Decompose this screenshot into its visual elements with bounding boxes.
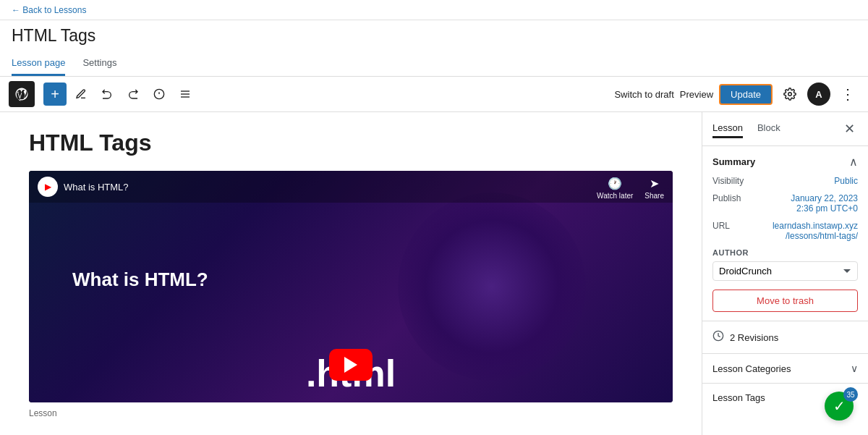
sidebar-tab-lesson[interactable]: Lesson	[712, 119, 743, 138]
summary-section-header[interactable]: Summary ∧	[712, 155, 858, 169]
editor-toolbar: + Switch to draft Preview Update A ⋮	[0, 77, 868, 112]
sidebar-tab-block[interactable]: Block	[757, 119, 780, 138]
avatar-button[interactable]: A	[807, 83, 830, 106]
revisions-row[interactable]: 2 Revisions	[702, 321, 868, 354]
preview-button[interactable]: Preview	[680, 89, 713, 100]
settings-button[interactable]	[778, 83, 801, 106]
visibility-value[interactable]: Public	[834, 176, 858, 186]
tab-lesson-page[interactable]: Lesson page	[12, 51, 65, 76]
editor-main: HTML Tags What is HTML? 🕐 Watch later ➤	[0, 112, 868, 435]
share-action[interactable]: ➤ Share	[644, 177, 664, 200]
page-title: HTML Tags	[12, 26, 856, 46]
editor-canvas: HTML Tags What is HTML? 🕐 Watch later ➤	[0, 112, 702, 435]
video-play-button[interactable]	[329, 349, 373, 381]
switch-to-draft-button[interactable]: Switch to draft	[614, 89, 673, 100]
watch-later-icon: 🕐	[608, 177, 622, 190]
update-button[interactable]: Update	[719, 84, 773, 105]
bottom-label: Lesson	[29, 408, 673, 418]
page-title-area: HTML Tags	[0, 20, 868, 46]
more-options-button[interactable]: ⋮	[836, 83, 859, 106]
add-block-button[interactable]: +	[43, 83, 67, 106]
publish-value[interactable]: January 22, 2023 2:36 pm UTC+0	[791, 193, 858, 214]
author-label: AUTHOR	[712, 248, 858, 257]
video-inner: What is HTML? 🕐 Watch later ➤ Share	[29, 171, 673, 402]
watch-later-action[interactable]: 🕐 Watch later	[597, 177, 633, 200]
publish-row: Publish January 22, 2023 2:36 pm UTC+0	[712, 193, 858, 214]
wp-logo[interactable]	[9, 81, 35, 107]
tab-settings[interactable]: Settings	[82, 51, 116, 76]
url-row: URL learndash.instawp.xyz /lessons/html-…	[712, 221, 858, 241]
share-label: Share	[644, 192, 664, 200]
url-label: URL	[712, 221, 730, 231]
content-title: HTML Tags	[29, 130, 673, 156]
sidebar-close-button[interactable]: ✕	[841, 120, 858, 138]
share-icon: ➤	[650, 177, 659, 190]
youtube-icon	[38, 177, 58, 197]
summary-title: Summary	[712, 156, 755, 167]
move-to-trash-button[interactable]: Move to trash	[712, 290, 858, 312]
tools-button[interactable]	[69, 83, 93, 106]
notification-badge: 35	[843, 387, 858, 402]
info-button[interactable]	[148, 83, 171, 106]
summary-toggle-icon: ∧	[849, 155, 858, 169]
summary-section: Summary ∧ Visibility Public Publish Janu…	[702, 146, 868, 321]
video-header-bar: What is HTML? 🕐 Watch later ➤ Share	[29, 171, 673, 203]
save-check-button[interactable]: ✓ 35	[825, 392, 854, 421]
sidebar: Lesson Block ✕ Summary ∧ Visibility Publ…	[702, 112, 868, 435]
top-nav: ← Back to Lessons	[0, 0, 868, 20]
sidebar-header: Lesson Block ✕	[702, 112, 868, 146]
lesson-tags-label: Lesson Tags	[712, 392, 765, 403]
list-view-button[interactable]	[174, 83, 197, 106]
undo-button[interactable]	[95, 83, 119, 106]
svg-point-6	[788, 93, 792, 96]
visibility-label: Visibility	[712, 176, 744, 186]
video-main-text: What is HTML?	[72, 269, 208, 291]
revisions-icon	[712, 330, 724, 345]
video-circle-bg	[398, 193, 586, 381]
revisions-count-label: 2 Revisions	[730, 332, 778, 343]
toolbar-right: Switch to draft Preview Update A ⋮	[614, 83, 859, 106]
watch-later-label: Watch later	[597, 192, 633, 200]
lesson-categories-label: Lesson Categories	[712, 363, 791, 374]
publish-label: Publish	[712, 193, 741, 203]
back-link[interactable]: ← Back to Lessons	[12, 5, 86, 15]
author-select[interactable]: DroidCrunch	[712, 261, 858, 281]
lesson-categories-row[interactable]: Lesson Categories ∨	[702, 354, 868, 384]
video-embed[interactable]: What is HTML? 🕐 Watch later ➤ Share	[29, 171, 673, 402]
url-value[interactable]: learndash.instawp.xyz /lessons/html-tags…	[773, 221, 858, 241]
video-actions: 🕐 Watch later ➤ Share	[597, 177, 664, 200]
revisions-label: Revisions	[738, 332, 778, 343]
lesson-categories-chevron-icon: ∨	[851, 363, 858, 374]
redo-button[interactable]	[122, 83, 145, 106]
video-channel-name: What is HTML?	[64, 182, 129, 193]
visibility-row: Visibility Public	[712, 176, 858, 186]
page-tabs-row: Lesson page Settings	[0, 51, 868, 77]
